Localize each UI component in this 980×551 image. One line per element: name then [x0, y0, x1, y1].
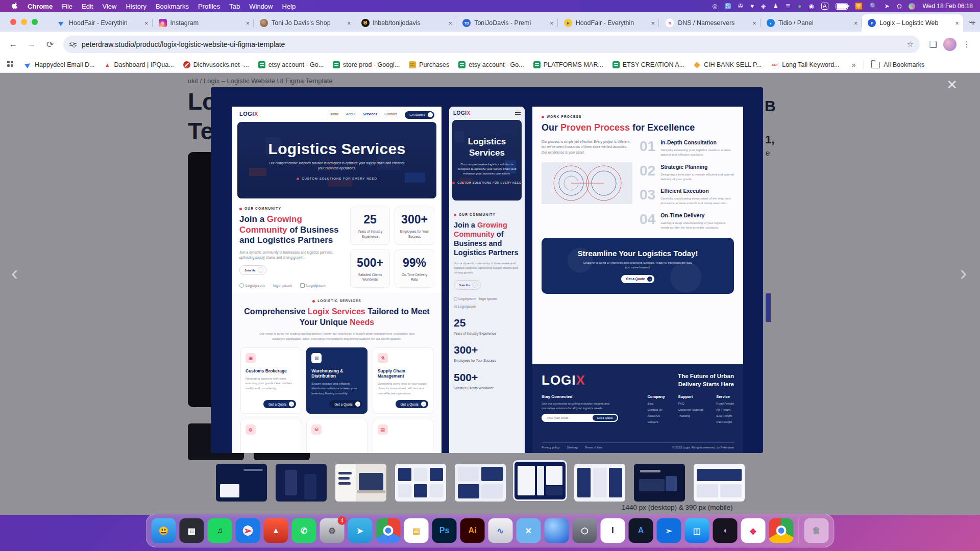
- address-bar[interactable]: peterdraw.studio/product/logix-logistic-…: [63, 36, 920, 53]
- menu-profiles[interactable]: Profiles: [193, 3, 225, 10]
- blue-x-app-icon[interactable]: ✕: [517, 518, 541, 543]
- menubar-clock[interactable]: Wed 18 Feb 06:18: [922, 3, 973, 10]
- tab-tonijodavis[interactable]: TD ToniJoDavis - Premi×: [456, 14, 558, 32]
- tab-close-icon[interactable]: ×: [651, 19, 655, 27]
- menu-chrome[interactable]: Chrome: [23, 3, 57, 10]
- thumbnail-4[interactable]: [395, 464, 446, 502]
- thumbnail-5[interactable]: [455, 464, 506, 502]
- close-window-button[interactable]: [10, 19, 16, 25]
- tab-close-icon[interactable]: ×: [449, 19, 453, 27]
- chrome-profile-2-icon[interactable]: [769, 518, 794, 543]
- text-editor-app-icon[interactable]: I: [601, 518, 625, 543]
- photoshop-icon[interactable]: Ps: [432, 518, 457, 543]
- tab-toni-shop[interactable]: Toni Jo Davis's Shop×: [254, 14, 355, 32]
- all-bookmarks-button[interactable]: All Bookmarks: [871, 61, 924, 68]
- whatsapp-icon[interactable]: ✆: [292, 518, 316, 543]
- affinity-app-icon[interactable]: A: [629, 518, 653, 543]
- bookmark-purchases[interactable]: Purchases: [405, 59, 453, 70]
- tab-close-icon[interactable]: ×: [752, 19, 756, 27]
- tab-tidio[interactable]: ◗ Tidio / Panel×: [761, 14, 862, 32]
- thumbnail-9[interactable]: [694, 464, 745, 502]
- apple-menu-icon[interactable]: [7, 2, 23, 10]
- thumbnail-8[interactable]: [634, 464, 685, 502]
- menubar-app-icon-5[interactable]: ◈: [761, 3, 766, 9]
- thumbnail-7[interactable]: [574, 464, 625, 502]
- tab-close-icon[interactable]: ×: [955, 19, 959, 27]
- maximize-window-button[interactable]: [32, 19, 38, 25]
- apps-grid-icon[interactable]: [7, 61, 15, 69]
- tab-hoodfair-1[interactable]: HoodFair - Everythin×: [51, 14, 153, 32]
- thumbnail-1[interactable]: [216, 464, 267, 502]
- reload-button[interactable]: ⟳: [42, 36, 58, 53]
- menubar-app-icon-2[interactable]: S: [725, 3, 731, 9]
- pink-design-app-icon[interactable]: ◆: [741, 518, 766, 543]
- bookmarks-overflow-icon[interactable]: »: [849, 61, 859, 69]
- safari-icon[interactable]: ➢: [236, 518, 260, 543]
- finder-icon[interactable]: 😃: [152, 518, 176, 543]
- chrome-icon[interactable]: [376, 518, 401, 543]
- tab-close-icon[interactable]: ×: [854, 19, 858, 27]
- tab-close-icon[interactable]: ×: [144, 19, 149, 27]
- tab-close-icon[interactable]: ×: [246, 19, 250, 27]
- bookmark-platforms-mar[interactable]: PLATFORMS MAR...: [529, 59, 607, 70]
- menu-help[interactable]: Help: [278, 3, 301, 10]
- menubar-play-icon[interactable]: ◉: [808, 3, 814, 9]
- menu-edit[interactable]: Edit: [77, 3, 97, 10]
- trash-icon[interactable]: 🗑: [804, 518, 829, 543]
- profile-avatar[interactable]: [943, 38, 957, 51]
- github-desktop-icon[interactable]: ◖: [713, 518, 738, 543]
- forward-button[interactable]: →: [23, 36, 40, 53]
- spotify-icon[interactable]: ♫: [208, 518, 232, 543]
- notes-icon[interactable]: ▤: [404, 518, 429, 543]
- menubar-app-icon-3[interactable]: ✇: [738, 3, 743, 9]
- tab-close-icon[interactable]: ×: [550, 19, 554, 27]
- tab-instagram[interactable]: ◎ Instagram×: [153, 14, 254, 32]
- menu-view[interactable]: View: [97, 3, 121, 10]
- control-center-icon[interactable]: ⛭: [897, 3, 902, 9]
- menu-bookmarks[interactable]: Bookmarks: [151, 3, 193, 10]
- tab-hoodfair-2[interactable]: H HoodFair - Everythin×: [558, 14, 659, 32]
- menu-tab[interactable]: Tab: [225, 3, 244, 10]
- bookmark-happydeel[interactable]: Happydeel Email D...: [20, 59, 99, 70]
- settings-icon[interactable]: ⚙4: [320, 518, 345, 543]
- back-button[interactable]: ←: [5, 36, 21, 53]
- bookmark-store-prod[interactable]: store prod - Googl...: [329, 59, 404, 70]
- bookmark-cih-bank[interactable]: CIH BANK SELL P...: [690, 59, 766, 70]
- cube-3d-app-icon[interactable]: ⬡: [573, 518, 597, 543]
- cursor-app-icon[interactable]: ➣: [657, 518, 681, 543]
- menu-file[interactable]: File: [57, 3, 77, 10]
- design-app-icon[interactable]: ∿: [488, 518, 513, 543]
- bookmark-etsy-account-1[interactable]: etsy account - Go...: [254, 59, 328, 70]
- siri-icon[interactable]: [909, 3, 915, 10]
- brave-icon[interactable]: ▲: [264, 518, 288, 543]
- bookmark-ipqualityscore[interactable]: ▲Dashboard | IPQua...: [100, 59, 178, 70]
- spotlight-icon[interactable]: 🔍: [870, 3, 877, 9]
- bookmark-star-icon[interactable]: ☆: [907, 40, 914, 49]
- tab-search-chevron-icon[interactable]: ⌄: [968, 17, 973, 24]
- menu-window[interactable]: Window: [244, 3, 277, 10]
- bookmark-dichvusocks[interactable]: Dichvusocks.net -...: [179, 59, 253, 70]
- chrome-menu-icon[interactable]: ⋮: [959, 36, 975, 53]
- thumbnail-2[interactable]: [276, 464, 327, 502]
- blue-sphere-browser-icon[interactable]: [545, 518, 569, 543]
- lightbox-next-button[interactable]: ›: [960, 263, 967, 283]
- menubar-eq-icon[interactable]: ≣: [786, 3, 791, 9]
- keynote-app-icon[interactable]: ◫: [685, 518, 709, 543]
- menu-history[interactable]: History: [121, 3, 151, 10]
- minimize-window-button[interactable]: [21, 19, 27, 25]
- tab-github[interactable]: 🐱 lhbeb/tonijodavis×: [355, 14, 457, 32]
- menubar-app-icon-1[interactable]: ◎: [712, 3, 717, 9]
- thumbnail-6-selected[interactable]: [514, 462, 566, 499]
- menubar-app-icon-6[interactable]: ♟: [773, 3, 778, 9]
- launchpad-icon[interactable]: ▦: [180, 518, 204, 543]
- bookmark-etsy-account-2[interactable]: etsy account - Go...: [454, 59, 528, 70]
- illustrator-icon[interactable]: Ai: [460, 518, 485, 543]
- menubar-app-icon-4[interactable]: ♥: [750, 3, 754, 9]
- tab-close-icon[interactable]: ×: [347, 19, 351, 27]
- lightbox-close-button[interactable]: ✕: [946, 78, 958, 91]
- tab-logix-active[interactable]: P Logix – Logistic Web×: [862, 14, 963, 32]
- thumbnail-3[interactable]: [335, 464, 386, 502]
- side-panel-icon[interactable]: ❏: [925, 36, 941, 53]
- site-settings-icon[interactable]: [69, 43, 77, 46]
- tab-dns[interactable]: N DNS / Nameservers×: [659, 14, 761, 32]
